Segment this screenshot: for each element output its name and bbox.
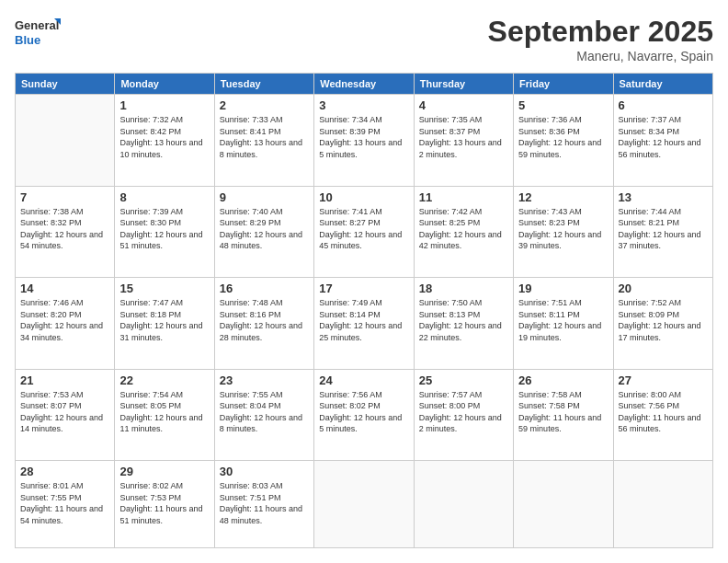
- day-number: 3: [319, 98, 408, 112]
- table-cell: 6Sunrise: 7:37 AM Sunset: 8:34 PM Daylig…: [613, 95, 712, 187]
- day-info: Sunrise: 7:43 AM Sunset: 8:23 PM Dayligh…: [518, 206, 608, 252]
- table-cell: 19Sunrise: 7:51 AM Sunset: 8:11 PM Dayli…: [514, 278, 613, 370]
- day-info: Sunrise: 7:51 AM Sunset: 8:11 PM Dayligh…: [518, 297, 608, 343]
- table-cell: 7Sunrise: 7:38 AM Sunset: 8:32 PM Daylig…: [16, 186, 115, 278]
- day-number: 10: [319, 190, 408, 204]
- day-number: 4: [419, 98, 508, 112]
- table-cell: [514, 461, 613, 548]
- day-info: Sunrise: 7:33 AM Sunset: 8:41 PM Dayligh…: [220, 114, 309, 160]
- table-cell: 22Sunrise: 7:54 AM Sunset: 8:05 PM Dayli…: [115, 369, 214, 461]
- table-cell: 18Sunrise: 7:50 AM Sunset: 8:13 PM Dayli…: [414, 278, 513, 370]
- day-number: 20: [619, 282, 708, 295]
- day-info: Sunrise: 7:32 AM Sunset: 8:42 PM Dayligh…: [119, 114, 209, 160]
- table-cell: 25Sunrise: 7:57 AM Sunset: 8:00 PM Dayli…: [414, 369, 513, 461]
- logo: General Blue: [15, 15, 61, 50]
- header: General Blue September 2025 Maneru, Nava…: [15, 15, 713, 63]
- day-number: 25: [419, 373, 508, 387]
- day-info: Sunrise: 7:58 AM Sunset: 7:58 PM Dayligh…: [518, 389, 608, 435]
- day-info: Sunrise: 7:49 AM Sunset: 8:14 PM Dayligh…: [319, 297, 408, 343]
- day-number: 29: [119, 465, 209, 478]
- day-info: Sunrise: 8:01 AM Sunset: 7:55 PM Dayligh…: [20, 480, 109, 526]
- day-number: 14: [20, 282, 109, 295]
- table-cell: 27Sunrise: 8:00 AM Sunset: 7:56 PM Dayli…: [613, 369, 712, 461]
- day-info: Sunrise: 7:55 AM Sunset: 8:04 PM Dayligh…: [220, 389, 309, 435]
- header-saturday: Saturday: [613, 74, 712, 95]
- day-info: Sunrise: 7:56 AM Sunset: 8:02 PM Dayligh…: [319, 389, 408, 435]
- table-cell: [414, 461, 513, 548]
- table-cell: 16Sunrise: 7:48 AM Sunset: 8:16 PM Dayli…: [214, 278, 313, 370]
- day-info: Sunrise: 7:50 AM Sunset: 8:13 PM Dayligh…: [419, 297, 508, 343]
- svg-text:General: General: [15, 18, 59, 32]
- table-cell: 13Sunrise: 7:44 AM Sunset: 8:21 PM Dayli…: [613, 186, 712, 278]
- header-sunday: Sunday: [16, 74, 115, 95]
- day-info: Sunrise: 7:36 AM Sunset: 8:36 PM Dayligh…: [518, 114, 608, 160]
- table-cell: 11Sunrise: 7:42 AM Sunset: 8:25 PM Dayli…: [414, 186, 513, 278]
- table-cell: 10Sunrise: 7:41 AM Sunset: 8:27 PM Dayli…: [314, 186, 414, 278]
- day-number: 1: [119, 98, 209, 112]
- day-info: Sunrise: 7:40 AM Sunset: 8:29 PM Dayligh…: [220, 206, 309, 252]
- header-friday: Friday: [514, 74, 613, 95]
- table-cell: [16, 95, 115, 187]
- day-info: Sunrise: 7:44 AM Sunset: 8:21 PM Dayligh…: [619, 206, 708, 252]
- day-number: 21: [20, 373, 109, 387]
- table-cell: 23Sunrise: 7:55 AM Sunset: 8:04 PM Dayli…: [214, 369, 313, 461]
- month-title: September 2025: [488, 15, 713, 49]
- table-cell: 30Sunrise: 8:03 AM Sunset: 7:51 PM Dayli…: [214, 461, 313, 548]
- day-number: 30: [220, 465, 309, 478]
- day-number: 12: [518, 190, 608, 204]
- day-info: Sunrise: 8:02 AM Sunset: 7:53 PM Dayligh…: [119, 480, 209, 526]
- table-cell: 3Sunrise: 7:34 AM Sunset: 8:39 PM Daylig…: [314, 95, 414, 187]
- table-cell: 8Sunrise: 7:39 AM Sunset: 8:30 PM Daylig…: [115, 186, 214, 278]
- weekday-header-row: Sunday Monday Tuesday Wednesday Thursday…: [16, 74, 713, 95]
- week-row-2: 7Sunrise: 7:38 AM Sunset: 8:32 PM Daylig…: [16, 186, 713, 278]
- week-row-3: 14Sunrise: 7:46 AM Sunset: 8:20 PM Dayli…: [16, 278, 713, 370]
- day-number: 22: [119, 373, 209, 387]
- day-info: Sunrise: 7:54 AM Sunset: 8:05 PM Dayligh…: [119, 389, 209, 435]
- table-cell: 21Sunrise: 7:53 AM Sunset: 8:07 PM Dayli…: [16, 369, 115, 461]
- day-number: 11: [419, 190, 508, 204]
- calendar-table: Sunday Monday Tuesday Wednesday Thursday…: [15, 73, 713, 548]
- day-info: Sunrise: 7:35 AM Sunset: 8:37 PM Dayligh…: [419, 114, 508, 160]
- day-number: 15: [119, 282, 209, 295]
- day-number: 7: [20, 190, 109, 204]
- day-info: Sunrise: 7:53 AM Sunset: 8:07 PM Dayligh…: [20, 389, 109, 435]
- day-number: 18: [419, 282, 508, 295]
- day-number: 26: [518, 373, 608, 387]
- day-number: 5: [518, 98, 608, 112]
- header-wednesday: Wednesday: [314, 74, 414, 95]
- table-cell: 28Sunrise: 8:01 AM Sunset: 7:55 PM Dayli…: [16, 461, 115, 548]
- day-number: 6: [619, 98, 708, 112]
- week-row-1: 1Sunrise: 7:32 AM Sunset: 8:42 PM Daylig…: [16, 95, 713, 187]
- table-cell: 24Sunrise: 7:56 AM Sunset: 8:02 PM Dayli…: [314, 369, 414, 461]
- logo-svg: General Blue: [15, 15, 61, 50]
- table-cell: 14Sunrise: 7:46 AM Sunset: 8:20 PM Dayli…: [16, 278, 115, 370]
- day-info: Sunrise: 7:57 AM Sunset: 8:00 PM Dayligh…: [419, 389, 508, 435]
- title-section: September 2025 Maneru, Navarre, Spain: [488, 15, 713, 63]
- day-number: 13: [619, 190, 708, 204]
- day-number: 2: [220, 98, 309, 112]
- day-info: Sunrise: 8:00 AM Sunset: 7:56 PM Dayligh…: [619, 389, 708, 435]
- day-number: 27: [619, 373, 708, 387]
- day-info: Sunrise: 7:52 AM Sunset: 8:09 PM Dayligh…: [619, 297, 708, 343]
- header-tuesday: Tuesday: [214, 74, 313, 95]
- week-row-4: 21Sunrise: 7:53 AM Sunset: 8:07 PM Dayli…: [16, 369, 713, 461]
- day-info: Sunrise: 7:39 AM Sunset: 8:30 PM Dayligh…: [119, 206, 209, 252]
- svg-text:Blue: Blue: [15, 33, 40, 47]
- table-cell: 17Sunrise: 7:49 AM Sunset: 8:14 PM Dayli…: [314, 278, 414, 370]
- table-cell: 29Sunrise: 8:02 AM Sunset: 7:53 PM Dayli…: [115, 461, 214, 548]
- table-cell: 9Sunrise: 7:40 AM Sunset: 8:29 PM Daylig…: [214, 186, 313, 278]
- day-info: Sunrise: 7:46 AM Sunset: 8:20 PM Dayligh…: [20, 297, 109, 343]
- day-number: 17: [319, 282, 408, 295]
- day-info: Sunrise: 7:41 AM Sunset: 8:27 PM Dayligh…: [319, 206, 408, 252]
- day-number: 24: [319, 373, 408, 387]
- day-info: Sunrise: 7:47 AM Sunset: 8:18 PM Dayligh…: [119, 297, 209, 343]
- week-row-5: 28Sunrise: 8:01 AM Sunset: 7:55 PM Dayli…: [16, 461, 713, 548]
- table-cell: 4Sunrise: 7:35 AM Sunset: 8:37 PM Daylig…: [414, 95, 513, 187]
- day-info: Sunrise: 7:38 AM Sunset: 8:32 PM Dayligh…: [20, 206, 109, 252]
- table-cell: [613, 461, 712, 548]
- table-cell: 26Sunrise: 7:58 AM Sunset: 7:58 PM Dayli…: [514, 369, 613, 461]
- table-cell: 20Sunrise: 7:52 AM Sunset: 8:09 PM Dayli…: [613, 278, 712, 370]
- day-info: Sunrise: 7:48 AM Sunset: 8:16 PM Dayligh…: [220, 297, 309, 343]
- day-info: Sunrise: 7:34 AM Sunset: 8:39 PM Dayligh…: [319, 114, 408, 160]
- day-number: 8: [119, 190, 209, 204]
